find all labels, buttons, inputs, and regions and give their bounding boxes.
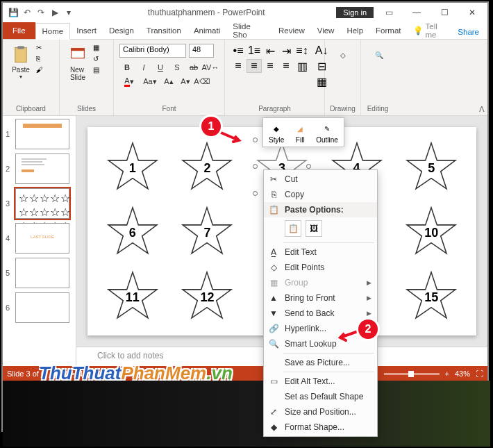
tell-me-search[interactable]: 💡Tell me [413, 22, 450, 39]
align-left-icon[interactable]: ≡ [231, 59, 246, 73]
mini-outline-button[interactable]: ✎Outline [312, 119, 342, 145]
star-7[interactable]: 7 [181, 205, 233, 258]
size-icon: ⤢ [268, 406, 279, 417]
thumb-1[interactable] [15, 119, 69, 149]
paste-picture-icon[interactable]: 🖼 [306, 220, 322, 237]
ctx-size-position[interactable]: ⤢Size and Position... [264, 404, 377, 420]
redo-icon[interactable]: ↷ [36, 8, 46, 17]
mini-style-button[interactable]: ◆Style [265, 119, 288, 145]
new-slide-button[interactable]: New Slide [65, 44, 90, 83]
thumb-4[interactable]: LAST SLIDE [15, 223, 69, 254]
tab-insert[interactable]: Insert [70, 22, 103, 39]
mini-fill-button[interactable]: ◢Fill [288, 119, 312, 145]
ctx-save-picture[interactable]: Save as Picture... [264, 355, 377, 370]
align-right-icon[interactable]: ≡ [262, 59, 278, 73]
ctx-edit-points[interactable]: ◇Edit Points [264, 260, 377, 275]
star-1[interactable]: 1 [106, 140, 159, 193]
qat-customize-icon[interactable]: ▾ [64, 8, 74, 17]
shadow-button[interactable]: S [169, 60, 185, 74]
star-6[interactable]: 6 [106, 205, 159, 258]
ctx-send-back[interactable]: ▼Send to Back▶ [264, 306, 377, 321]
clear-formatting-icon[interactable]: A⌫ [194, 74, 210, 88]
zoom-in-icon[interactable]: + [445, 370, 449, 378]
numbering-icon[interactable]: 1≡ [246, 44, 262, 58]
zoom-level[interactable]: 43% [455, 370, 470, 378]
grow-font-icon[interactable]: A▴ [161, 74, 176, 88]
bullets-icon[interactable]: •≡ [231, 44, 246, 58]
undo-icon[interactable]: ↶ [22, 8, 32, 17]
thumb-5[interactable] [15, 258, 69, 288]
font-size-select[interactable]: 48 [189, 44, 214, 58]
ribbon-display-icon[interactable]: ▭ [376, 5, 401, 20]
decrease-indent-icon[interactable]: ⇤ [262, 44, 278, 58]
shrink-font-icon[interactable]: A▾ [178, 74, 193, 88]
callout-1: 1 [201, 117, 221, 136]
file-tab[interactable]: File [3, 22, 35, 39]
align-center-icon[interactable]: ≡ [246, 59, 262, 73]
collapse-ribbon-icon[interactable]: ᐱ [479, 105, 485, 114]
thumb-3[interactable]: ☆☆☆☆☆☆☆☆☆☆☆☆☆☆☆ [15, 188, 69, 219]
copy-icon[interactable]: ⎘ [36, 55, 49, 65]
zoom-slider[interactable] [384, 373, 440, 375]
star-5[interactable]: 5 [405, 140, 458, 193]
clipboard-label: Clipboard [6, 103, 56, 114]
layout-icon[interactable]: ▦ [93, 44, 106, 53]
fit-window-icon[interactable]: ⛶ [476, 370, 483, 378]
star-10[interactable]: 10 [405, 205, 458, 258]
thumb-6[interactable] [15, 292, 69, 323]
italic-button[interactable]: I [136, 60, 151, 74]
increase-indent-icon[interactable]: ⇥ [278, 44, 294, 58]
maximize-icon[interactable]: ☐ [432, 5, 457, 20]
ctx-paste-options: 📋Paste Options: [264, 202, 377, 217]
start-show-icon[interactable]: ▶ [50, 8, 60, 17]
tab-review[interactable]: Review [272, 22, 311, 39]
tab-animations[interactable]: Animati [187, 22, 226, 39]
strikethrough-button[interactable]: ab [186, 60, 201, 74]
bold-button[interactable]: B [119, 60, 135, 74]
ctx-cut[interactable]: ✂Cut [264, 172, 377, 187]
change-case-icon[interactable]: Aa▾ [140, 74, 160, 88]
columns-icon[interactable]: ▥ [294, 59, 310, 73]
share-button[interactable]: Share [449, 25, 487, 39]
thumb-2[interactable] [15, 154, 69, 184]
minimize-icon[interactable]: — [404, 5, 429, 20]
ctx-copy[interactable]: ⎘Copy [264, 187, 377, 202]
line-spacing-icon[interactable]: ≡↕ [294, 44, 310, 58]
paste-button[interactable]: Paste ▾ [8, 44, 33, 81]
star-2[interactable]: 2 [181, 140, 233, 193]
paste-use-theme-icon[interactable]: 📋 [285, 220, 301, 237]
editing-button[interactable]: 🔍 [367, 44, 392, 67]
ctx-format-shape[interactable]: ◆Format Shape... [264, 420, 377, 435]
star-12[interactable]: 12 [181, 269, 233, 322]
section-icon[interactable]: ▤ [93, 66, 106, 76]
close-icon[interactable]: ✕ [460, 5, 485, 20]
drawing-button[interactable]: ◇ [331, 44, 356, 67]
tab-transitions[interactable]: Transition [140, 22, 187, 39]
ctx-default-shape[interactable]: Set as Default Shape [264, 389, 377, 404]
cut-icon: ✂ [268, 174, 279, 185]
tab-format[interactable]: Format [369, 22, 407, 39]
slide-thumbnails-panel[interactable]: 1 2 3 ☆☆☆☆☆☆☆☆☆☆☆☆☆☆☆ 4LAST SLIDE 5 6 [3, 116, 76, 366]
save-icon[interactable]: 💾 [8, 8, 18, 17]
tab-slideshow[interactable]: Slide Sho [226, 22, 272, 39]
char-spacing-icon[interactable]: AV↔ [203, 60, 218, 74]
font-name-select[interactable]: Calibri (Body) [119, 44, 186, 58]
tab-view[interactable]: View [311, 22, 341, 39]
star-11[interactable]: 11 [106, 269, 159, 322]
ctx-alt-text[interactable]: ▭Edit Alt Text... [264, 374, 377, 389]
justify-icon[interactable]: ≡ [278, 59, 294, 73]
ctx-edit-text[interactable]: A̲Edit Text [264, 244, 377, 260]
tab-help[interactable]: Help [340, 22, 369, 39]
format-painter-icon[interactable]: 🖌 [36, 66, 49, 76]
tab-design[interactable]: Design [103, 22, 140, 39]
signin-button[interactable]: Sign in [336, 7, 374, 18]
svg-rect-0 [15, 48, 26, 63]
cut-icon[interactable]: ✂ [36, 44, 49, 53]
reset-icon[interactable]: ↺ [93, 55, 106, 65]
ribbon-tabs: File Home Insert Design Transition Anima… [3, 22, 487, 40]
tab-home[interactable]: Home [35, 23, 71, 40]
ctx-bring-front[interactable]: ▲Bring to Front▶ [264, 290, 377, 306]
font-color-icon[interactable]: A▾ [119, 74, 139, 88]
star-15[interactable]: 15 [405, 269, 458, 322]
underline-button[interactable]: U [153, 60, 168, 74]
